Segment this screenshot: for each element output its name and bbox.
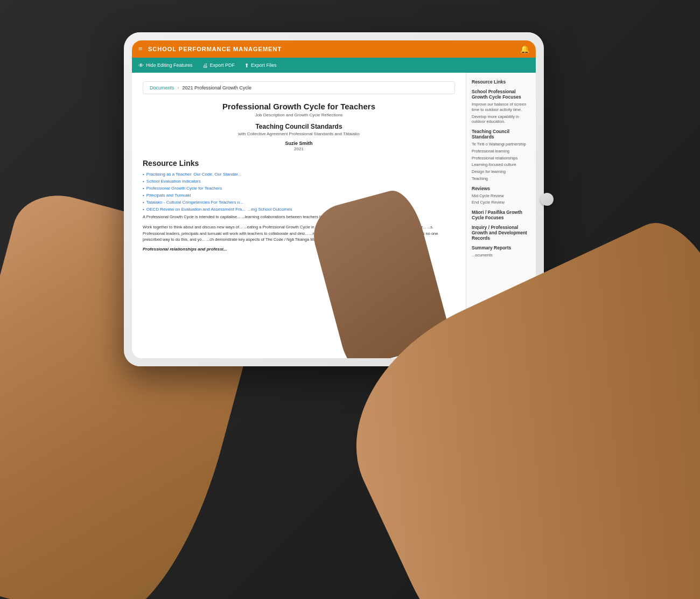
sidebar-section-inquiry: Inquiry / Professional Growth and Develo… — [472, 225, 530, 241]
sidebar-section-reviews: Reviews — [472, 186, 530, 191]
toolbar: 👁 Hide Editing Features 🖨 Export PDF ⬆ E… — [132, 58, 536, 73]
sidebar-section-summary: Summary Reports — [472, 245, 530, 250]
sidebar-section-resource-links: Resource Links — [472, 79, 530, 85]
resource-link-school-eval[interactable]: School Evaluation Indicators — [143, 179, 455, 184]
sidebar-item-end-review[interactable]: End Cycle Review — [472, 200, 530, 205]
document-section-subtitle: with Collective Agreement Professional S… — [143, 131, 455, 136]
breadcrumb-current: 2021 Professional Growth Cycle — [183, 85, 252, 90]
printer-icon: 🖨 — [202, 62, 208, 68]
document-year: 2021 — [143, 147, 455, 151]
sidebar-item-prof-relationships[interactable]: Professional relationships — [472, 156, 530, 161]
sidebar-section-maori: Māori / Pasifika Growth Cycle Focuses — [472, 210, 530, 220]
sidebar-item-documents[interactable]: ...ocuments — [472, 253, 530, 258]
main-document: Documents › 2021 Professional Growth Cyc… — [132, 73, 466, 358]
sidebar-section-tcs: Teaching Council Standards — [472, 129, 530, 140]
sidebar-item-design[interactable]: Design for learning — [472, 169, 530, 175]
sidebar-item-teaching[interactable]: Teaching — [472, 176, 530, 182]
breadcrumb: Documents › 2021 Professional Growth Cyc… — [143, 81, 455, 94]
top-bar: ≡ School Performance Management 🔔 — [132, 40, 536, 58]
resource-link-pgc[interactable]: Professional Growth Cycle for Teachers — [143, 186, 455, 191]
export-pdf-button[interactable]: 🖨 Export PDF — [202, 62, 235, 68]
document-author: Suzie Smith — [143, 141, 455, 146]
sidebar-item-outdoor[interactable]: Develop more capability in outdoor educa… — [472, 114, 530, 125]
eye-icon: 👁 — [138, 62, 144, 68]
document-section-title: Teaching Council Standards — [143, 123, 455, 130]
upload-icon: ⬆ — [244, 62, 249, 68]
hide-editing-label: Hide Editing Features — [146, 62, 193, 68]
document-main-title: Professional Growth Cycle for Teachers — [143, 102, 455, 111]
export-pdf-label: Export PDF — [210, 62, 235, 68]
hamburger-icon[interactable]: ≡ — [138, 45, 143, 53]
document-subtitle: Job Description and Growth Cycle Reflect… — [143, 113, 455, 117]
resource-links-heading: Resource Links — [143, 159, 455, 168]
resource-link-item[interactable]: Practising as a Teacher: Our Code, Our S… — [143, 172, 455, 177]
sidebar-item-tiriti[interactable]: Te Tiriti o Waitangi partnership — [472, 142, 530, 147]
breadcrumb-separator: › — [178, 85, 179, 90]
scroll-indicator[interactable] — [541, 193, 554, 206]
sidebar-section-school-pgc: School Professional Growth Cycle Focuses — [472, 89, 530, 100]
bell-icon[interactable]: 🔔 — [520, 45, 529, 54]
scene: ≡ School Performance Management 🔔 👁 Hide… — [0, 0, 700, 599]
export-files-button[interactable]: ⬆ Export Files — [244, 62, 277, 68]
export-files-label: Export Files — [251, 62, 277, 68]
sidebar-item-prof-learning[interactable]: Professional learning — [472, 149, 530, 154]
hide-editing-button[interactable]: 👁 Hide Editing Features — [138, 62, 193, 68]
breadcrumb-parent[interactable]: Documents — [150, 85, 174, 90]
resource-link-principals[interactable]: Principals and Tumuaki — [143, 193, 455, 198]
sidebar-item-mid-review[interactable]: Mid Cycle Review — [472, 193, 530, 199]
app-title: School Performance Management — [148, 46, 520, 52]
sidebar-item-screen-time[interactable]: Improve our balance of screen time to ou… — [472, 102, 530, 113]
sidebar-item-learning-culture[interactable]: Learning-focused culture — [472, 162, 530, 168]
